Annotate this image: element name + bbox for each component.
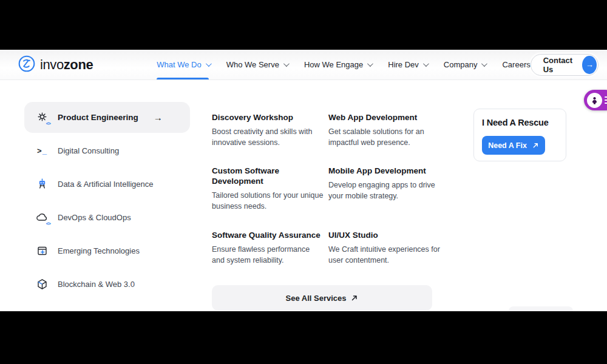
services-row-2: Custom Software Development Tailored sol… <box>212 166 440 212</box>
nav-hire-dev[interactable]: Hire Dev <box>388 50 427 79</box>
invozone-logo[interactable]: invozone <box>18 55 93 75</box>
service-uiux-studio[interactable]: UI/UX Studio We Craft intuitive experien… <box>328 230 440 266</box>
services-row-1: Discovery Workshop Boost creativity and … <box>212 112 440 148</box>
chevron-down-icon <box>283 61 290 67</box>
service-custom-software-development[interactable]: Custom Software Development Tailored sol… <box>212 166 324 212</box>
person-icon <box>587 93 602 108</box>
top-navigation-bar: invozone What We Do Who We Serve How We … <box>0 50 607 80</box>
nav-what-we-do[interactable]: What We Do <box>157 50 209 79</box>
letterbox-bottom <box>0 311 607 364</box>
need-a-fix-button[interactable]: Need A Fix <box>482 136 545 155</box>
nav-who-we-serve[interactable]: Who We Serve <box>226 50 288 79</box>
category-devops-cloudops[interactable]: <> DevOps & CloudOps <box>24 202 190 233</box>
category-digital-consulting[interactable]: >_ Digital Consulting <box>24 135 190 166</box>
arrow-up-right-icon <box>351 294 358 302</box>
nav-careers[interactable]: Careers <box>502 50 530 79</box>
chevron-down-icon <box>423 61 429 67</box>
invozone-logo-icon <box>18 55 35 75</box>
gear-code-icon: <> <box>35 111 49 124</box>
cloud-code-icon: <> <box>35 211 49 224</box>
service-discovery-workshop[interactable]: Discovery Workshop Boost creativity and … <box>212 112 324 148</box>
see-all-services-button[interactable]: See All Services <box>212 285 432 311</box>
arrow-right-icon: → <box>582 56 597 74</box>
category-data-ai[interactable]: Data & Artificial Intelligence <box>24 169 190 200</box>
service-web-app-development[interactable]: Web App Development Get scalable solutio… <box>328 112 440 148</box>
category-emerging-technologies[interactable]: Emerging Technologies <box>24 235 190 266</box>
letterbox-top <box>0 0 607 50</box>
what-we-do-mega-menu: <> Product Engineering → >_ Digital Cons… <box>0 80 607 311</box>
website-viewport: invozone What We Do Who We Serve How We … <box>0 50 607 311</box>
chevron-down-icon <box>481 61 487 67</box>
cube-icon <box>35 278 49 291</box>
contact-us-button[interactable]: Contact Us → <box>531 54 599 76</box>
logo-wordmark: invozone <box>40 57 93 73</box>
service-mobile-app-development[interactable]: Mobile App Development Develop engaging … <box>328 166 440 212</box>
category-blockchain-web3[interactable]: Blockchain & Web 3.0 <box>24 269 190 300</box>
services-row-3: Software Quality Assurance Ensure flawle… <box>212 230 440 266</box>
cutoff-card-edge <box>509 306 573 311</box>
arrow-right-icon: → <box>154 112 163 123</box>
rescue-card-title: I Need A Rescue <box>482 118 558 127</box>
arrow-up-right-icon <box>532 142 539 149</box>
window-plus-icon <box>35 244 49 258</box>
chevron-down-icon <box>367 61 373 67</box>
rescue-card: I Need A Rescue Need A Fix <box>473 109 566 161</box>
menu-bars-icon <box>605 96 607 104</box>
nav-how-we-engage[interactable]: How We Engage <box>304 50 371 79</box>
nav-company[interactable]: Company <box>444 50 486 79</box>
service-category-list: <> Product Engineering → >_ Digital Cons… <box>24 102 190 300</box>
service-software-quality-assurance[interactable]: Software Quality Assurance Ensure flawle… <box>212 230 324 266</box>
terminal-icon: >_ <box>35 144 49 158</box>
screen: invozone What We Do Who We Serve How We … <box>0 0 607 364</box>
chevron-down-icon <box>206 61 212 67</box>
accessibility-widget-button[interactable] <box>584 90 607 110</box>
robot-icon <box>35 178 49 191</box>
main-nav: What We Do Who We Serve How We Engage Hi… <box>157 50 530 79</box>
category-product-engineering[interactable]: <> Product Engineering → <box>24 102 190 133</box>
